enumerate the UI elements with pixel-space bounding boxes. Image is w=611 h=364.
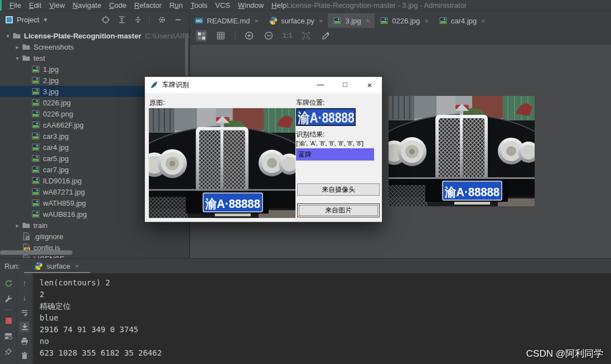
tree-horizontal-scrollbar[interactable] xyxy=(0,250,72,255)
zoom-in-icon[interactable] xyxy=(244,30,255,41)
hide-panel-icon[interactable] xyxy=(173,15,182,24)
print-icon[interactable] xyxy=(20,336,30,346)
image-icon xyxy=(31,210,40,219)
tree-item-license-plate-recognition-master[interactable]: ▾License-Plate-Recognition-masterC:\User… xyxy=(0,30,189,41)
tree-item-label: wAUB816.jpg xyxy=(43,210,87,219)
project-panel-title[interactable]: Project xyxy=(17,16,39,24)
tree-item-screenshots[interactable]: ▸Screenshots xyxy=(0,41,189,52)
image-icon xyxy=(31,165,40,174)
close-icon[interactable]: × xyxy=(254,17,259,25)
close-icon[interactable]: × xyxy=(319,17,323,25)
transparency-chessboard-icon[interactable] xyxy=(196,30,207,41)
tab-label: README.md xyxy=(207,17,250,25)
down-stack-trace-icon[interactable]: ↓ xyxy=(20,293,30,303)
up-stack-trace-icon[interactable]: ↑ xyxy=(20,278,30,288)
tree-item-label: 2.jpg xyxy=(43,76,59,85)
tab-3.jpg[interactable]: 3.jpg× xyxy=(328,13,375,28)
image-file-icon xyxy=(380,16,389,25)
toolbar-separator xyxy=(149,15,150,24)
zoom-out-icon[interactable] xyxy=(263,30,274,41)
menu-item-window[interactable]: Window xyxy=(234,1,268,9)
run-label: Run: xyxy=(4,262,20,270)
chevron-closed-icon[interactable]: ▸ xyxy=(13,44,22,50)
grid-lines-icon[interactable] xyxy=(215,30,226,41)
tk-feather-icon xyxy=(150,81,158,89)
menu-item-edit[interactable]: Edit xyxy=(25,1,45,9)
image-file-icon xyxy=(333,16,342,25)
tree-item-label: .gitignore xyxy=(33,232,63,241)
rerun-icon[interactable] xyxy=(3,278,13,288)
run-tab-label: surface xyxy=(46,262,70,270)
menu-item-tools[interactable]: Tools xyxy=(187,1,211,9)
tree-item-label: train xyxy=(33,221,47,230)
clear-trash-icon[interactable] xyxy=(20,351,30,361)
plate-crop-text: 渝A·88888 xyxy=(298,110,355,125)
dialog-title: 车牌识别 xyxy=(162,80,189,90)
tree-item-label: 0226.png xyxy=(43,110,73,118)
from-camera-button[interactable]: 来自摄像头 xyxy=(297,183,380,196)
stop-icon[interactable] xyxy=(3,316,13,326)
image-icon xyxy=(31,187,40,196)
tree-item-.gitignore[interactable]: .gitignore xyxy=(0,231,189,242)
chevron-down-icon[interactable]: ▼ xyxy=(42,17,48,23)
result-list: ['渝', 'A', '8', '8', '8', '8', '8'] xyxy=(296,139,363,148)
console-line: len(contours) 2 xyxy=(40,277,611,289)
scroll-to-end-icon[interactable] xyxy=(20,322,30,332)
console-line: 2916 74 91 349 0 3745 xyxy=(40,324,611,336)
tab-readme.md[interactable]: MDREADME.md× xyxy=(190,13,264,28)
tab-label: surface.py xyxy=(281,17,314,25)
color-picker-icon[interactable] xyxy=(320,30,331,41)
editor-car-image xyxy=(389,96,535,206)
console-line: no xyxy=(40,336,611,347)
locate-file-icon[interactable] xyxy=(101,15,110,24)
run-toolbar-left xyxy=(0,273,17,364)
close-icon[interactable]: × xyxy=(75,262,79,270)
plate-type-badge: 蓝牌 xyxy=(296,148,374,161)
dialog-original-image xyxy=(149,108,295,218)
tab-surface.py[interactable]: surface.py× xyxy=(264,13,328,28)
chevron-open-icon[interactable]: ▾ xyxy=(3,33,12,39)
tree-item-label: 0226.jpg xyxy=(43,99,71,107)
fit-to-window-icon[interactable] xyxy=(300,30,312,41)
collapse-all-icon[interactable] xyxy=(133,15,142,24)
console-line: 2 xyxy=(40,289,611,300)
menu-item-run[interactable]: Run xyxy=(166,1,187,9)
from-image-button[interactable]: 来自图片 xyxy=(297,203,380,217)
image-icon xyxy=(31,98,40,107)
settings-gear-icon[interactable] xyxy=(157,15,166,24)
image-icon xyxy=(31,87,40,96)
restore-layout-icon[interactable] xyxy=(3,331,13,341)
minimize-icon[interactable]: — xyxy=(308,80,333,90)
console-toolbar: ↑ ↓ xyxy=(17,273,32,364)
tree-item-label: car5.jpg xyxy=(43,154,69,163)
actual-size-icon[interactable]: 1:1 xyxy=(283,32,292,40)
tree-item-1.jpg[interactable]: 1.jpg xyxy=(0,64,189,75)
menu-item-file[interactable]: File xyxy=(6,1,25,9)
chevron-closed-icon[interactable]: ▸ xyxy=(13,222,22,229)
menu-item-code[interactable]: Code xyxy=(105,1,130,9)
close-icon[interactable]: × xyxy=(481,17,486,25)
tree-item-label: cAA662F.jpg xyxy=(43,121,84,129)
md-file-icon: MD xyxy=(195,16,203,25)
tab-0226.jpg[interactable]: 0226.jpg× xyxy=(375,13,433,28)
tree-item-test[interactable]: ▾test xyxy=(0,52,189,64)
editor-tab-bar: MDREADME.md×surface.py×3.jpg×0226.jpg×ca… xyxy=(190,13,611,28)
menu-item-view[interactable]: View xyxy=(45,1,69,9)
console-output[interactable]: len(contours) 22精确定位blue2916 74 91 349 0… xyxy=(33,273,611,364)
menu-item-navigate[interactable]: Navigate xyxy=(69,1,105,9)
close-icon[interactable]: × xyxy=(366,17,370,25)
close-icon[interactable]: × xyxy=(357,80,382,90)
menu-item-vcs[interactable]: VCS xyxy=(211,1,234,9)
dialog-titlebar[interactable]: 车牌识别 — □ × xyxy=(145,77,382,93)
settings-wrench-icon[interactable] xyxy=(3,294,13,304)
maximize-icon[interactable]: □ xyxy=(333,80,357,90)
menu-item-refactor[interactable]: Refactor xyxy=(130,1,166,9)
run-tab-surface[interactable]: surface × xyxy=(27,259,85,273)
soft-wrap-icon[interactable] xyxy=(20,307,30,317)
pin-icon[interactable] xyxy=(3,347,13,357)
tab-car4.jpg[interactable]: car4.jpg× xyxy=(434,13,491,28)
expand-all-icon[interactable] xyxy=(117,15,126,24)
plate-recognition-dialog: 车牌识别 — □ × 原图: 车牌位置: 渝A·88888 识别结果: ['渝'… xyxy=(144,76,382,222)
chevron-open-icon[interactable]: ▾ xyxy=(13,55,22,61)
close-icon[interactable]: × xyxy=(424,17,429,25)
